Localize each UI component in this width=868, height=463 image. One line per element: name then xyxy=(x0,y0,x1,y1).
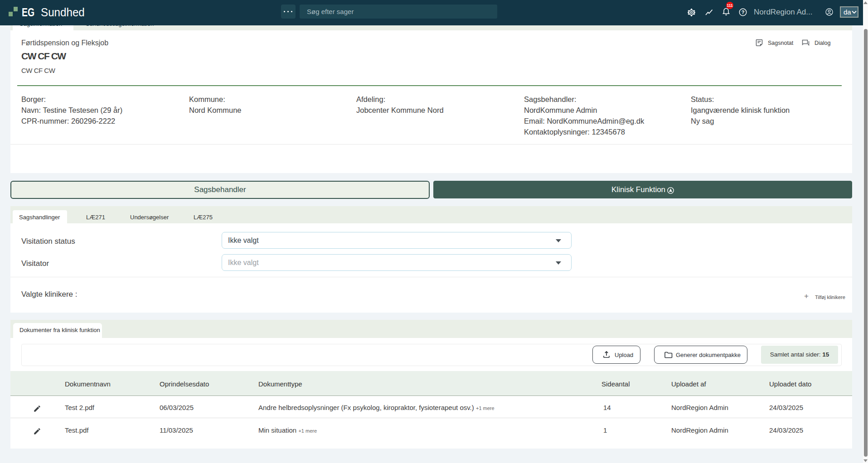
svg-text:?: ? xyxy=(742,10,745,15)
